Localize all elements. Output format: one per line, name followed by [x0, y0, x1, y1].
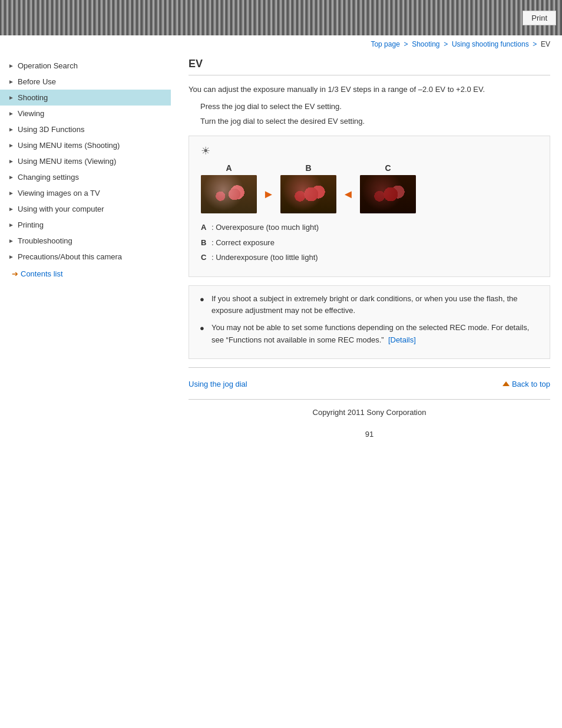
- main-layout: ► Operation Search ► Before Use ► Shooti…: [0, 52, 562, 455]
- bottom-section: Using the jog dial Back to top: [189, 367, 550, 397]
- print-button[interactable]: Print: [523, 11, 556, 25]
- triangle-up-icon: [503, 381, 510, 386]
- sidebar-item-operation-search[interactable]: ► Operation Search: [0, 58, 171, 74]
- breadcrumb-top[interactable]: Top page: [371, 40, 399, 48]
- arrow-right-icon: ➔: [12, 269, 18, 278]
- arrow-icon: ►: [8, 206, 14, 212]
- image-c-container: C: [360, 163, 416, 213]
- arrow-icon: ►: [8, 190, 14, 196]
- flower-image-a: [201, 175, 257, 213]
- sidebar-item-before-use[interactable]: ► Before Use: [0, 74, 171, 90]
- sidebar-item-viewing[interactable]: ► Viewing: [0, 106, 171, 121]
- arrow-icon: ►: [8, 174, 14, 180]
- sidebar-label: Using with your computer: [18, 205, 104, 213]
- sidebar-item-menu-shooting[interactable]: ► Using MENU items (Shooting): [0, 137, 171, 153]
- arrow-icon: ►: [8, 253, 14, 260]
- letter-b: B: [201, 236, 211, 249]
- sidebar-label: Using MENU items (Shooting): [18, 141, 120, 150]
- note-1: ● If you shoot a subject in extremely br…: [200, 293, 539, 318]
- arrow-icon: ►: [8, 142, 14, 149]
- sidebar-item-precautions[interactable]: ► Precautions/About this camera: [0, 249, 171, 265]
- bottom-divider: [189, 399, 550, 400]
- content-area: EV You can adjust the exposure manually …: [171, 52, 562, 455]
- sidebar-item-3d[interactable]: ► Using 3D Functions: [0, 121, 171, 137]
- caption-c: C : Underexposure (too little light): [201, 251, 538, 264]
- letter-c: C: [201, 251, 211, 264]
- arrow-icon: ►: [8, 94, 14, 101]
- flower-image-b: [280, 175, 336, 213]
- sidebar-label: Changing settings: [18, 173, 79, 182]
- arrow-icon: ►: [8, 126, 14, 133]
- arrow-icon: ►: [8, 158, 14, 164]
- arrow-icon: ►: [8, 62, 14, 69]
- label-a: A: [226, 163, 232, 173]
- caption-b: B : Correct exposure: [201, 236, 538, 249]
- diagram-box: ☀ A ► B ◄ C A : O: [189, 136, 550, 276]
- sidebar-item-changing-settings[interactable]: ► Changing settings: [0, 169, 171, 185]
- sidebar-label: Precautions/About this camera: [18, 252, 122, 261]
- caption-b-text: : Correct exposure: [211, 236, 275, 249]
- contents-list-label: Contents list: [21, 269, 63, 278]
- caption-c-text: : Underexposure (too little light): [211, 251, 318, 264]
- page-title: EV: [189, 58, 550, 75]
- label-b: B: [305, 163, 311, 173]
- note-1-text: If you shoot a subject in extremely brig…: [211, 293, 539, 318]
- sidebar-item-shooting[interactable]: ► Shooting: [0, 90, 171, 106]
- back-to-top-label: Back to top: [512, 380, 550, 388]
- image-a-container: A: [201, 163, 257, 213]
- breadcrumb-current: EV: [541, 40, 550, 48]
- bullet-icon: ●: [200, 294, 208, 306]
- breadcrumb-using-shooting[interactable]: Using shooting functions: [452, 40, 529, 48]
- arrow-icon: ►: [8, 78, 14, 85]
- page-number: 91: [189, 420, 550, 443]
- sidebar-label: Troubleshooting: [18, 236, 72, 245]
- breadcrumb-shooting[interactable]: Shooting: [412, 40, 439, 48]
- sidebar-item-menu-viewing[interactable]: ► Using MENU items (Viewing): [0, 153, 171, 169]
- description-text: You can adjust the exposure manually in …: [189, 84, 550, 96]
- arrow-left-diagram: ◄: [336, 187, 360, 201]
- header-bar: Print: [0, 0, 562, 35]
- caption-a: A : Overexposure (too much light): [201, 220, 538, 234]
- sidebar-label: Viewing: [18, 109, 44, 118]
- sidebar-item-computer[interactable]: ► Using with your computer: [0, 201, 171, 217]
- arrow-icon: ►: [8, 110, 14, 117]
- flower-image-c: [360, 175, 416, 213]
- copyright: Copyright 2011 Sony Corporation: [189, 402, 550, 420]
- bullet-icon: ●: [200, 322, 208, 335]
- bottom-nav: Using the jog dial Back to top: [189, 374, 550, 394]
- sidebar-item-viewing-tv[interactable]: ► Viewing images on a TV: [0, 185, 171, 201]
- step-1: Press the jog dial to select the EV sett…: [200, 101, 550, 113]
- arrow-icon: ►: [8, 222, 14, 228]
- sidebar-label: Before Use: [18, 77, 56, 86]
- label-c: C: [385, 163, 391, 173]
- sidebar-item-printing[interactable]: ► Printing: [0, 217, 171, 233]
- sidebar-label: Operation Search: [18, 61, 78, 70]
- sidebar: ► Operation Search ► Before Use ► Shooti…: [0, 52, 171, 455]
- note-2: ● You may not be able to set some functi…: [200, 322, 539, 347]
- prev-link[interactable]: Using the jog dial: [189, 380, 247, 388]
- diagram-labels: A : Overexposure (too much light) B : Co…: [201, 220, 538, 264]
- step-2: Turn the jog dial to select the desired …: [200, 116, 550, 128]
- note-box: ● If you shoot a subject in extremely br…: [189, 285, 550, 359]
- arrow-icon: ►: [8, 238, 14, 244]
- back-to-top-link[interactable]: Back to top: [503, 380, 550, 388]
- ev-icon: ☀: [201, 144, 538, 157]
- sidebar-label: Viewing images on a TV: [18, 189, 100, 197]
- letter-a: A: [201, 220, 211, 234]
- sidebar-label: Using MENU items (Viewing): [18, 157, 116, 166]
- sidebar-item-troubleshooting[interactable]: ► Troubleshooting: [0, 233, 171, 249]
- image-b-container: B: [280, 163, 336, 213]
- breadcrumb: Top page > Shooting > Using shooting fun…: [0, 35, 562, 52]
- note-2-text: You may not be able to set some function…: [211, 322, 539, 347]
- caption-a-text: : Overexposure (too much light): [211, 220, 319, 234]
- diagram-images: A ► B ◄ C: [201, 163, 538, 213]
- arrow-right-diagram: ►: [257, 187, 280, 201]
- contents-list-link[interactable]: ➔ Contents list: [0, 265, 171, 282]
- sidebar-label: Shooting: [18, 93, 48, 102]
- sidebar-label: Printing: [18, 220, 44, 229]
- details-link[interactable]: [Details]: [388, 335, 416, 344]
- sidebar-label: Using 3D Functions: [18, 125, 84, 134]
